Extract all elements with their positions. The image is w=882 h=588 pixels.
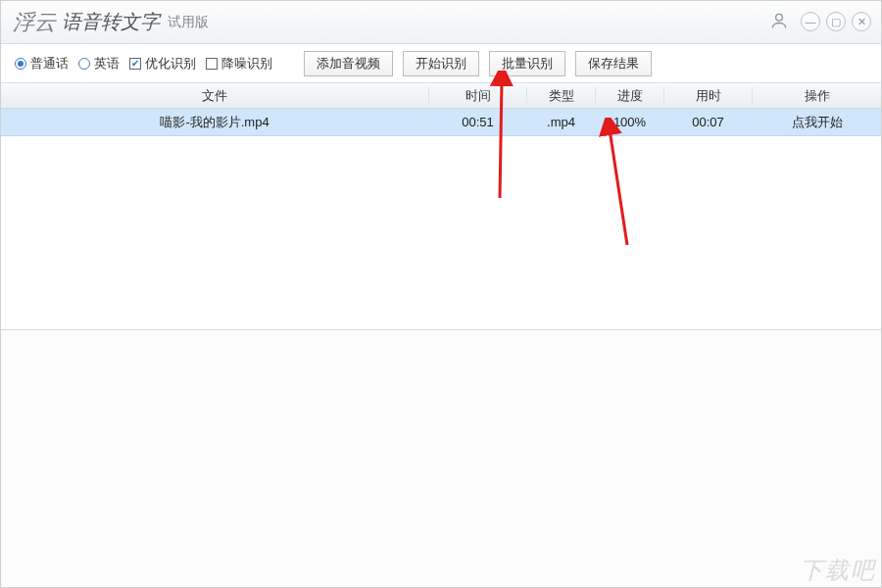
svg-point-0 [776,14,783,21]
titlebar: 浮云 语音转文字 试用版 — ▢ ✕ [1,1,881,44]
radio-english[interactable]: 英语 [78,55,120,73]
col-file: 文件 [1,87,429,105]
table-body: 喵影-我的影片.mp4 00:51 .mp4 100% 00:07 点我开始 [1,109,881,136]
radio-mandarin-label: 普通话 [30,55,69,73]
user-icon[interactable] [769,11,791,32]
table-row[interactable]: 喵影-我的影片.mp4 00:51 .mp4 100% 00:07 点我开始 [1,109,881,136]
col-time: 时间 [429,87,527,105]
start-recognize-button[interactable]: 开始识别 [403,51,479,76]
table-header: 文件 时间 类型 进度 用时 操作 [1,83,881,109]
check-optimize[interactable]: ✔ 优化识别 [129,55,196,73]
col-type: 类型 [527,87,596,105]
cell-type: .mp4 [527,115,596,129]
close-icon[interactable]: ✕ [852,12,871,31]
file-table: 文件 时间 类型 进度 用时 操作 喵影-我的影片.mp4 00:51 .mp4… [1,83,881,329]
col-progress: 进度 [596,87,664,105]
radio-dot-icon [78,58,90,70]
col-used: 用时 [664,87,753,105]
minimize-icon[interactable]: — [801,12,820,31]
cell-op[interactable]: 点我开始 [753,114,881,131]
batch-recognize-button[interactable]: 批量识别 [489,51,565,76]
window-controls: — ▢ ✕ [769,11,871,32]
save-result-button[interactable]: 保存结果 [575,51,652,76]
cell-progress: 100% [596,115,664,129]
check-optimize-label: 优化识别 [145,55,196,73]
checkbox-icon: ✔ [129,58,141,70]
app-title: 语音转文字 [62,9,160,35]
cell-used: 00:07 [664,115,753,129]
cell-time: 00:51 [429,115,527,129]
checkbox-icon [206,58,218,70]
check-denoise-label: 降噪识别 [221,55,272,73]
radio-english-label: 英语 [94,55,120,73]
add-media-button[interactable]: 添加音视频 [304,51,393,76]
radio-mandarin[interactable]: 普通话 [15,55,69,73]
output-pane [1,329,881,587]
maximize-icon[interactable]: ▢ [826,12,846,31]
cell-file: 喵影-我的影片.mp4 [1,114,429,131]
radio-dot-icon [15,58,26,70]
check-denoise[interactable]: 降噪识别 [206,55,272,73]
edition-label: 试用版 [168,14,209,31]
brand-logo: 浮云 [13,8,56,37]
col-op: 操作 [753,87,881,105]
toolbar: 普通话 英语 ✔ 优化识别 降噪识别 添加音视频 开始识别 批量识别 保存结果 [1,44,881,83]
table-body-area: 喵影-我的影片.mp4 00:51 .mp4 100% 00:07 点我开始 [1,109,881,329]
